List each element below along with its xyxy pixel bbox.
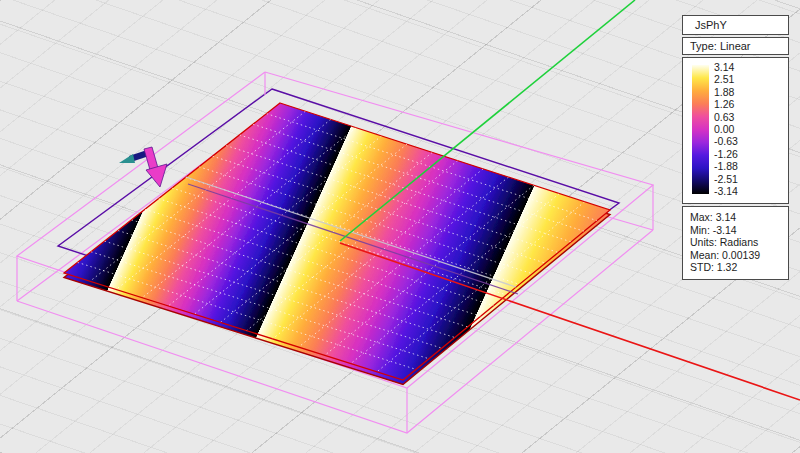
colorbar-tick-label: -3.14 [714,186,738,197]
colorbar-gradient [692,65,709,194]
colorbar-tick-label: -1.88 [714,161,738,172]
scene-svg [0,0,800,453]
colorbar-tick-label: 1.26 [714,99,738,110]
colorbar-tick-label: 0.63 [714,112,738,123]
legend-stat-line: Min: -3.14 [690,224,785,237]
colorbar-tick-label: -0.63 [714,136,738,147]
colorbar-tick-label: -1.26 [714,149,738,160]
colorbar-tick-labels: 3.142.511.881.260.630.00-0.63-1.26-1.88-… [714,62,738,197]
legend-type: Type: Linear [682,37,789,55]
legend-stats: Max: 3.14Min: -3.14Units: RadiansMean: 0… [682,206,789,280]
legend-stat-line: Max: 3.14 [690,211,785,224]
3d-viewport[interactable]: JsPhY Type: Linear 3.142.511.881.260.630… [0,0,800,453]
legend-stat-line: Units: Radians [690,236,785,249]
colorbar-tick-label: -2.51 [714,174,738,185]
colorbar-tick-label: 3.14 [714,62,738,73]
phase-plate[interactable] [64,103,610,385]
legend-title: JsPhY [682,15,789,35]
colorbar-tick-label: 1.88 [714,87,738,98]
colorbar-tick-label: 2.51 [714,74,738,85]
excitation-arrows[interactable] [119,147,167,187]
legend-stat-line: STD: 1.32 [690,261,785,274]
colorbar-tick-label: 0.00 [714,124,738,135]
color-legend[interactable]: JsPhY Type: Linear 3.142.511.881.260.630… [682,15,789,282]
legend-colorbar: 3.142.511.881.260.630.00-0.63-1.26-1.88-… [682,57,789,204]
legend-stat-line: Mean: 0.00139 [690,249,785,262]
